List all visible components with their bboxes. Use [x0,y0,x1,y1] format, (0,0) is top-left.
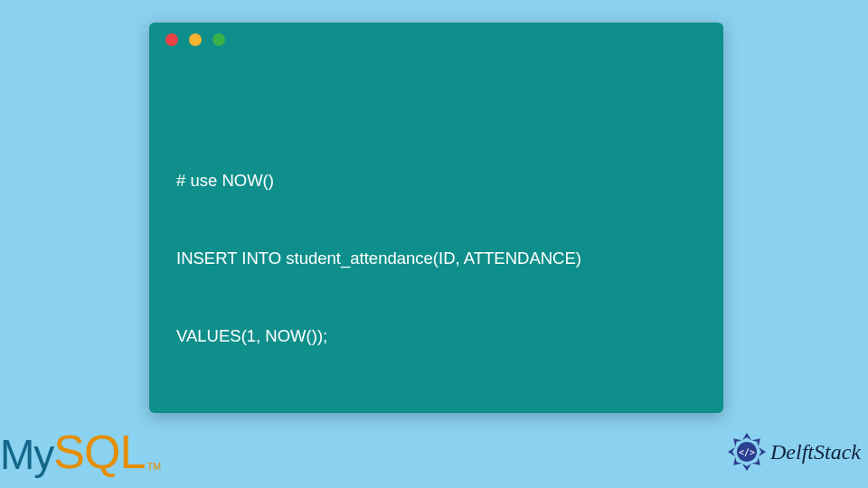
code-line: INSERT INTO student_attendance(ID, ATTEN… [176,246,696,272]
svg-text:</>: </> [739,447,755,457]
delftstack-logo: </> DelftStack [727,432,861,472]
mysql-my-text: My [0,430,53,479]
code-body: # use NOW() INSERT INTO student_attendan… [149,57,723,488]
mysql-tm-text: TM [146,461,161,472]
code-block: # use NOW() INSERT INTO student_attendan… [176,116,696,400]
minimize-icon [189,33,202,46]
code-window: # use NOW() INSERT INTO student_attendan… [149,23,723,413]
mysql-sql-text: SQL [53,425,145,479]
mysql-logo: My SQL TM [0,425,161,479]
code-block: # use CURRENT_DATETIME INSERT INTO stude… [176,476,696,488]
svg-marker-2 [759,447,766,456]
code-comment: # use NOW() [176,168,696,194]
window-titlebar [149,23,723,57]
maximize-icon [212,33,225,46]
delftstack-icon: </> [727,432,767,472]
svg-marker-0 [742,433,751,440]
code-line: VALUES(1, NOW()); [176,324,696,350]
svg-marker-4 [742,464,751,471]
svg-marker-6 [728,447,735,456]
delftstack-text: DelftStack [770,440,861,465]
close-icon [165,33,178,46]
